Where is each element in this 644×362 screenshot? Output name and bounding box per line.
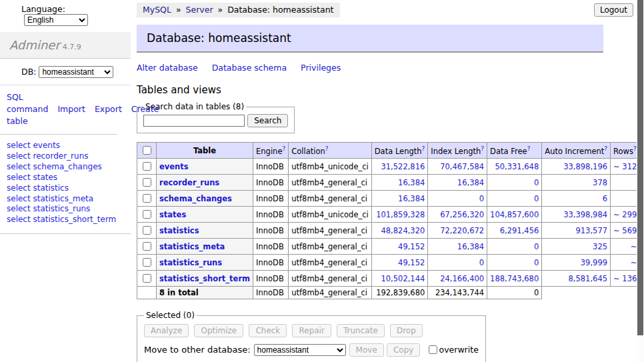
sidebar-item-select-states[interactable]: select states [7, 173, 124, 183]
row-checkbox[interactable] [143, 258, 151, 267]
engine-cell: InnoDB [253, 255, 289, 271]
sidebar-tables-list: select events select recorder_runs selec… [0, 135, 131, 234]
table-link[interactable]: statistics_meta [159, 242, 225, 251]
table-link[interactable]: schema_changes [159, 194, 232, 203]
vertical-scrollbar-track[interactable] [637, 0, 644, 362]
row-checkbox[interactable] [143, 178, 151, 187]
table-link[interactable]: states [159, 210, 186, 219]
optimize-button[interactable]: Optimize [194, 324, 243, 337]
row-checkbox[interactable] [143, 162, 151, 171]
db-select[interactable]: homeassistant [39, 66, 113, 78]
data-length-help-icon[interactable]: ? [422, 145, 425, 152]
engine-cell: InnoDB [253, 223, 289, 239]
sidebar-item-select-recorder-runs[interactable]: select recorder_runs [7, 151, 124, 162]
table-link[interactable]: statistics_short_term [159, 274, 250, 283]
engine-cell: InnoDB [253, 207, 289, 223]
language-select[interactable]: English [24, 14, 88, 26]
sidebar-item-select-statistics[interactable]: select statistics [7, 183, 124, 194]
sidebar-item-select-statistics-meta[interactable]: select statistics_meta [7, 194, 124, 205]
breadcrumb-separator: » [218, 5, 223, 15]
search-input[interactable] [143, 115, 245, 127]
engine-help-icon[interactable]: ? [282, 145, 285, 152]
overwrite-label: overwrite [439, 345, 479, 355]
engine-cell: InnoDB [253, 175, 289, 191]
index-length-cell: 70,467,584 [428, 159, 487, 175]
sidebar-item-select-statistics-short-term[interactable]: select statistics_short_term [7, 215, 124, 225]
check-button[interactable]: Check [249, 324, 287, 337]
move-row: Move to other database:homeassistantMove… [144, 343, 479, 357]
collation-cell: utf8mb4_unicode_ci [289, 207, 372, 223]
database-action-links: Alter database Database schema Privilege… [137, 63, 611, 73]
tables-and-views-heading: Tables and views [137, 84, 611, 96]
search-button[interactable]: Search [247, 114, 288, 127]
auto-increment-help-icon[interactable]: ? [604, 145, 607, 152]
privileges-link[interactable]: Privileges [301, 63, 341, 73]
drop-button[interactable]: Drop [390, 324, 423, 337]
auto-increment-cell: 6 [542, 191, 611, 207]
truncate-button[interactable]: Truncate [337, 324, 385, 337]
auto-increment-cell: 33,898,196 [542, 159, 611, 175]
alter-database-link[interactable]: Alter database [137, 63, 198, 73]
row-checkbox[interactable] [143, 242, 151, 251]
data-free-cell: 50,331,648 [487, 159, 542, 175]
breadcrumb-mysql-link[interactable]: MySQL [143, 5, 171, 15]
page-title: Database: homeassistant [137, 25, 603, 53]
data-free-cell: 6,291,456 [487, 223, 542, 239]
index-length-cell: 234,143,744 [428, 287, 487, 299]
column-header-collation: Collation? [289, 143, 372, 159]
copy-button[interactable]: Copy [387, 343, 420, 357]
app-name: Adminer [9, 38, 60, 52]
analyze-button[interactable]: Analyze [144, 324, 189, 337]
auto-increment-cell: 8,581,645 [542, 271, 611, 287]
table-row: statistics_short_term InnoDB utf8mb4_gen… [137, 271, 644, 287]
database-schema-link[interactable]: Database schema [212, 63, 287, 73]
data-free-cell: 104,857,600 [487, 207, 542, 223]
index-length-cell: 0 [428, 191, 487, 207]
table-link[interactable]: statistics [159, 226, 199, 235]
search-fieldset: Search data in tables (8) Search [137, 102, 295, 133]
move-db-select[interactable]: homeassistant [254, 344, 346, 356]
logout-button[interactable]: Logout [594, 3, 633, 17]
overwrite-checkbox[interactable] [429, 345, 437, 354]
sidebar-item-select-schema-changes[interactable]: select schema_changes [7, 162, 124, 173]
breadcrumb-current: Database: homeassistant [227, 5, 333, 15]
vertical-scrollbar-thumb[interactable] [637, 0, 643, 335]
app-version: 4.7.9 [63, 43, 81, 51]
sidebar-item-select-statistics-runs[interactable]: select statistics_runs [7, 204, 124, 215]
table-link[interactable]: recorder_runs [159, 178, 219, 187]
table-link[interactable]: statistics_runs [159, 258, 222, 267]
collation-cell: utf8mb4_general_ci [289, 271, 372, 287]
index-length-cell: 72,220,672 [428, 223, 487, 239]
select-all-checkbox[interactable] [143, 146, 151, 155]
column-header-data-free: Data Free? [487, 143, 542, 159]
db-select-row: DB:homeassistant [0, 59, 131, 85]
table-row: states InnoDB utf8mb4_unicode_ci 101,859… [137, 207, 644, 223]
breadcrumb-server-link[interactable]: Server [186, 5, 213, 15]
breadcrumb: MySQL » Server » Database: homeassistant [137, 3, 340, 17]
data-free-cell: 0 [487, 287, 542, 299]
sidebar-item-select-events[interactable]: select events [7, 141, 124, 151]
row-checkbox[interactable] [143, 194, 151, 203]
collation-help-icon[interactable]: ? [325, 145, 329, 152]
table-row: statistics_runs InnoDB utf8mb4_general_c… [137, 255, 644, 271]
repair-button[interactable]: Repair [292, 324, 331, 337]
row-checkbox[interactable] [143, 274, 151, 283]
column-header-index-length: Index Length? [428, 143, 487, 159]
data-length-cell: 10,502,144 [371, 271, 428, 287]
row-checkbox[interactable] [143, 210, 151, 219]
table-row: schema_changes InnoDB utf8mb4_general_ci… [137, 191, 644, 207]
data-free-help-icon[interactable]: ? [527, 145, 531, 152]
move-button[interactable]: Move [349, 343, 384, 357]
sidebar-link-export[interactable]: Export [95, 104, 122, 114]
collation-cell: utf8mb4_general_ci [289, 287, 372, 299]
row-checkbox[interactable] [143, 226, 151, 235]
data-length-cell: 48,824,320 [371, 223, 428, 239]
auto-increment-cell: 378 [542, 175, 611, 191]
table-link[interactable]: events [159, 162, 189, 171]
data-free-cell: 0 [487, 255, 542, 271]
data-free-cell: 0 [487, 175, 542, 191]
sidebar-link-import[interactable]: Import [57, 104, 85, 114]
sidebar-link-sql-command[interactable]: SQL command [7, 92, 48, 114]
index-length-cell: 16,384 [428, 239, 487, 255]
index-length-help-icon[interactable]: ? [481, 145, 484, 152]
